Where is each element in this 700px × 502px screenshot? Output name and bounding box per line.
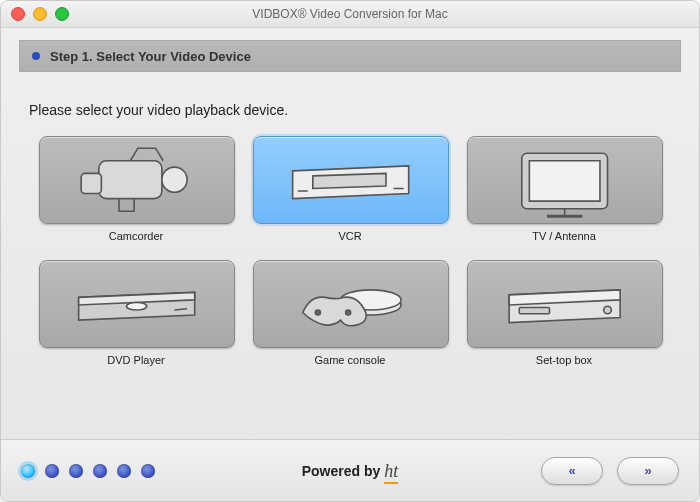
titlebar: VIDBOX® Video Conversion for Mac	[1, 1, 699, 28]
game-console-icon	[254, 252, 448, 357]
step-header: Step 1. Select Your Video Device	[19, 40, 681, 72]
close-icon[interactable]	[11, 7, 25, 21]
device-dvd-player: DVD Player	[39, 260, 233, 366]
next-button[interactable]: »	[617, 457, 679, 485]
chevron-left-icon: «	[568, 463, 575, 478]
step-dot-5[interactable]	[117, 464, 131, 478]
svg-point-13	[316, 310, 321, 315]
step-dot-2[interactable]	[45, 464, 59, 478]
svg-rect-0	[99, 160, 162, 198]
device-camcorder-button[interactable]	[39, 136, 235, 224]
device-settop-box: Set-top box	[467, 260, 661, 366]
step-dot-1[interactable]	[21, 464, 35, 478]
content-area: Step 1. Select Your Video Device Please …	[1, 28, 699, 366]
powered-by-label: Powered by	[302, 463, 381, 479]
brand-logo-icon: ht	[384, 459, 398, 482]
app-window: VIDBOX® Video Conversion for Mac Step 1.…	[0, 0, 700, 502]
device-settop-box-button[interactable]	[467, 260, 663, 348]
step-dot-6[interactable]	[141, 464, 155, 478]
device-tv: TV / Antenna	[467, 136, 661, 242]
svg-rect-1	[82, 173, 102, 193]
device-game-console: Game console	[253, 260, 447, 366]
camcorder-icon	[40, 128, 234, 233]
device-vcr-button[interactable]	[253, 136, 449, 224]
zoom-icon[interactable]	[55, 7, 69, 21]
step-dot-4[interactable]	[93, 464, 107, 478]
device-tv-button[interactable]	[467, 136, 663, 224]
device-grid: Camcorder VCR	[19, 136, 681, 366]
instruction-text: Please select your video playback device…	[29, 102, 671, 118]
svg-rect-6	[530, 160, 601, 200]
device-game-console-button[interactable]	[253, 260, 449, 348]
step-header-label: Step 1. Select Your Video Device	[50, 49, 251, 64]
device-camcorder: Camcorder	[39, 136, 233, 242]
nav-buttons: « »	[541, 457, 679, 485]
step-progress-dots	[21, 464, 155, 478]
chevron-right-icon: »	[644, 463, 651, 478]
svg-point-2	[162, 167, 187, 192]
minimize-icon[interactable]	[33, 7, 47, 21]
svg-point-14	[346, 310, 351, 315]
window-title: VIDBOX® Video Conversion for Mac	[1, 7, 699, 21]
svg-point-9	[127, 302, 147, 310]
tv-icon	[468, 128, 662, 233]
dvd-player-icon	[40, 252, 234, 357]
prev-button[interactable]: «	[541, 457, 603, 485]
footer: Powered by ht « »	[1, 439, 699, 501]
step-header-dot-icon	[32, 52, 40, 60]
step-dot-3[interactable]	[69, 464, 83, 478]
window-controls	[11, 7, 69, 21]
svg-rect-15	[520, 307, 550, 313]
device-vcr: VCR	[253, 136, 447, 242]
settop-box-icon	[468, 252, 662, 357]
vcr-icon	[254, 128, 448, 233]
svg-point-16	[604, 306, 612, 314]
device-dvd-player-button[interactable]	[39, 260, 235, 348]
